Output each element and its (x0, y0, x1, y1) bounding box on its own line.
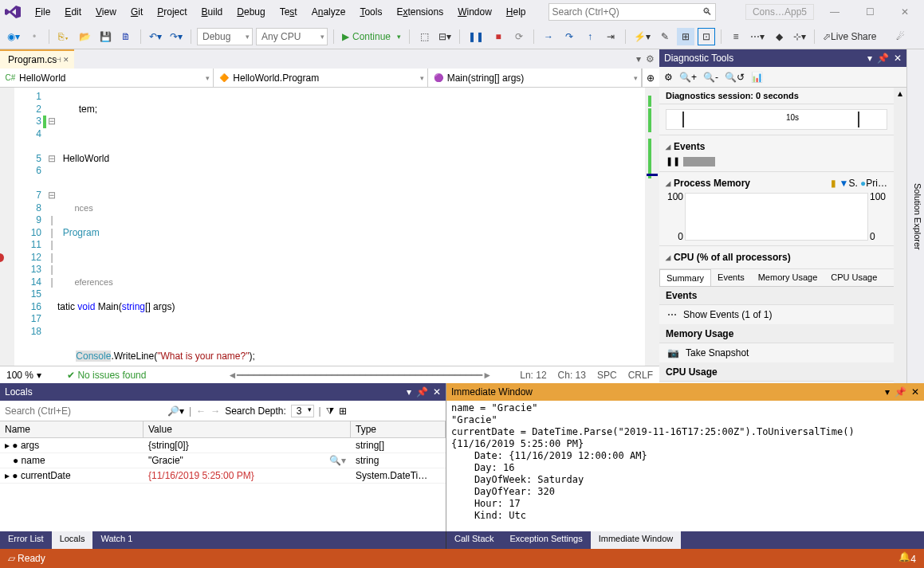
menu-git[interactable]: Git (124, 3, 149, 21)
line-indicator[interactable]: Ln: 12 (520, 370, 546, 381)
pin-icon[interactable]: 📌 (895, 386, 906, 398)
locals-search-input[interactable] (3, 404, 163, 418)
tb-icon-9[interactable]: ⋯▾ (748, 28, 767, 45)
stop-icon[interactable]: ■ (490, 28, 507, 45)
new-project-icon[interactable]: ⎘▾ (55, 28, 73, 45)
indent-indicator[interactable]: SPC (597, 370, 617, 381)
tb-icon-3[interactable]: ⇥ (602, 28, 619, 45)
zoom-combo[interactable]: 100 % ▾ (6, 370, 41, 381)
undo-icon[interactable]: ↶▾ (147, 28, 164, 45)
tab-exception[interactable]: Exception Settings (502, 531, 591, 549)
locals-row[interactable]: ▸ ● currentDate{11/16/2019 5:25:00 PM}Sy… (0, 468, 446, 484)
redo-icon[interactable]: ↷▾ (167, 28, 185, 45)
feedback-icon[interactable]: ☄ (891, 28, 909, 45)
menu-analyze[interactable]: Analyze (305, 3, 352, 21)
nav-back-icon[interactable]: ← (196, 405, 206, 417)
continue-button[interactable]: ▶Continue▾ (340, 28, 403, 45)
step-into-icon[interactable]: → (540, 28, 557, 45)
vertical-scrollbar[interactable] (645, 88, 659, 366)
locals-row[interactable]: ▸ ● args{string[0]}string[] (0, 438, 446, 453)
notification-icon[interactable]: 🔔4 (898, 551, 916, 565)
memory-header[interactable]: Process Memory▮ ▼S. ●Pri… (666, 175, 887, 191)
menu-edit[interactable]: Edit (58, 3, 88, 21)
step-out-icon[interactable]: ↑ (581, 28, 599, 45)
hscroll-icon[interactable]: ◄━━━━━━━━━━━━━━━━━━━━━━━━━━━━━━━━━━━━━━━… (227, 370, 492, 381)
menu-view[interactable]: View (89, 3, 123, 21)
config-combo[interactable]: Debug (197, 28, 253, 45)
menu-extensions[interactable]: Extensions (390, 3, 450, 21)
diag-title[interactable]: Diagnostic Tools▾📌✕ (659, 49, 906, 67)
save-all-icon[interactable]: 🗎 (117, 28, 135, 45)
dropdown-icon[interactable]: ▾ (885, 386, 890, 398)
tab-immediate[interactable]: Immediate Window (591, 531, 682, 549)
tab-events[interactable]: Events (711, 269, 752, 286)
dropdown-icon[interactable]: ▾ (867, 53, 872, 64)
zoom-out-icon[interactable]: 🔍- (703, 72, 718, 83)
menu-project[interactable]: Project (151, 3, 193, 21)
chart-icon[interactable]: 📊 (751, 72, 763, 83)
timeline[interactable]: 10s (666, 109, 887, 130)
search-input[interactable] (552, 6, 702, 18)
nav-namespace[interactable]: C#HelloWorld (0, 69, 214, 87)
menu-debug[interactable]: Debug (230, 3, 271, 21)
nav-back-icon[interactable]: ◉▾ (5, 28, 22, 45)
maximize-button[interactable]: ☐ (855, 2, 884, 22)
pause-icon[interactable]: ❚❚ (466, 28, 486, 45)
issues-indicator[interactable]: ✔ No issues found (67, 370, 146, 381)
col-type[interactable]: Type (351, 421, 446, 437)
take-snapshot-link[interactable]: 📷Take Snapshot (659, 343, 894, 363)
tb-icon-5[interactable]: ✎ (656, 28, 674, 45)
dropdown-icon[interactable]: ▾ (407, 386, 411, 398)
tb-icon-2[interactable]: ⊟▾ (436, 28, 454, 45)
cpu-header[interactable]: CPU (% of all processors) (666, 249, 887, 265)
menu-file[interactable]: FFileile (29, 3, 57, 21)
tb-icon-8[interactable]: ≡ (727, 28, 745, 45)
gear-icon[interactable]: ⚙ (664, 72, 673, 83)
search-icon[interactable]: 🔍︎ (702, 6, 712, 18)
nav-fwd-icon[interactable]: • (26, 28, 43, 45)
breakpoint-icon[interactable]: 12 (14, 252, 41, 264)
platform-combo[interactable]: Any CPU (256, 28, 328, 45)
col-value[interactable]: Value (144, 421, 351, 437)
show-events-link[interactable]: ⋯Show Events (1 of 1) (659, 305, 894, 325)
menu-help[interactable]: Help (500, 3, 533, 21)
tb-icon-10[interactable]: ◆ (770, 28, 788, 45)
file-tab-program[interactable]: Program.cs⊣ ✕ (0, 49, 74, 69)
tb-icon-11[interactable]: ⊹▾ (791, 28, 808, 45)
immediate-content[interactable]: name = "Gracie" "Gracie" currentDate = D… (446, 401, 924, 531)
tab-locals[interactable]: Locals (52, 531, 93, 549)
zoom-in-icon[interactable]: 🔍+ (679, 72, 697, 83)
tab-summary[interactable]: Summary (659, 269, 711, 286)
diag-scrollbar[interactable]: ▴ (894, 88, 906, 383)
save-icon[interactable]: 💾 (96, 28, 114, 45)
liveshare-button[interactable]: ⬀ Live Share (820, 28, 879, 45)
search-icon[interactable]: 🔎▾ (167, 405, 184, 417)
restart-icon[interactable]: ⟳ (510, 28, 528, 45)
minimize-button[interactable]: — (820, 2, 849, 22)
pin-icon[interactable]: ⊣ ✕ (55, 56, 70, 64)
locals-title[interactable]: Locals▾📌✕ (0, 383, 446, 401)
tab-memory[interactable]: Memory Usage (752, 269, 825, 286)
menu-test[interactable]: Test (273, 3, 304, 21)
tab-error-list[interactable]: Error List (0, 531, 52, 549)
close-icon[interactable]: ✕ (433, 386, 441, 398)
code-editor[interactable]: 1234 56 789101112131415161718 ⊟ ⊟ ⊟ ||||… (0, 88, 659, 366)
code-content[interactable]: tem; HelloWorld nces Program eferences t… (57, 88, 645, 366)
nav-fwd-icon[interactable]: → (210, 405, 220, 417)
col-name[interactable]: Name (0, 421, 144, 437)
lineend-indicator[interactable]: CRLF (628, 370, 653, 381)
nav-class[interactable]: 🔶HelloWorld.Program (214, 69, 427, 87)
solution-explorer-tab[interactable]: Solution Explorer (906, 49, 924, 383)
char-indicator[interactable]: Ch: 13 (558, 370, 586, 381)
zoom-reset-icon[interactable]: 🔍↺ (725, 72, 745, 83)
depth-combo[interactable]: 3▾ (291, 405, 314, 417)
tb-icon-7[interactable]: ⊡ (698, 28, 715, 45)
close-button[interactable]: ✕ (891, 2, 919, 22)
pin-icon[interactable]: 📌 (416, 386, 428, 398)
nav-split-icon[interactable]: ⊕ (642, 69, 659, 87)
tab-dropdown-icon[interactable]: ▾ (636, 53, 641, 65)
tb-icon-1[interactable]: ⬚ (415, 28, 433, 45)
tb-icon-4[interactable]: ⚡▾ (631, 28, 653, 45)
tab-watch[interactable]: Watch 1 (92, 531, 140, 549)
columns-icon[interactable]: ⊞ (339, 405, 347, 417)
